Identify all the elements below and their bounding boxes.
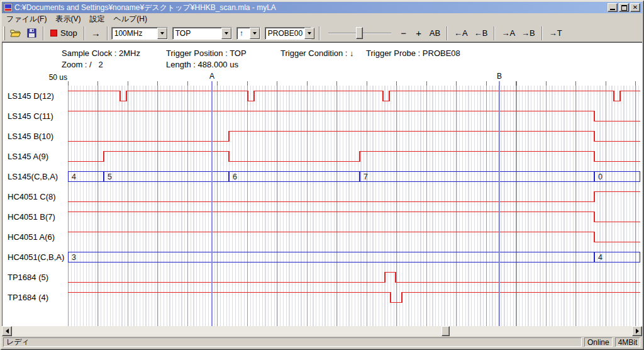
waveform-panel: Sample Clock : 2MHz Trigger Position : T… [2, 42, 642, 326]
bus-value: 6 [233, 172, 237, 181]
bus-segment-LS145(C,B,A) [360, 172, 594, 182]
goto-trigger-button[interactable]: →T [546, 26, 565, 41]
toolbar-grip[interactable] [3, 26, 5, 40]
goto-marker-a-left-button[interactable]: ←A [451, 26, 471, 41]
channel-label-LS145 A(9): LS145 A(9) [8, 152, 68, 162]
marker-A-line[interactable] [211, 81, 213, 327]
trigger-probe-value: PROBE00 [265, 28, 304, 39]
title-bar[interactable]: C:¥Documents and Settings¥noname¥デスクトップ¥… [2, 2, 642, 13]
time-ticks [68, 81, 640, 86]
dropdown-button[interactable] [221, 28, 231, 39]
minimize-button[interactable] [608, 3, 618, 12]
zoom-info: Zoom : / 2 [62, 60, 103, 69]
scroll-left-icon [6, 329, 9, 334]
channel-label-LS145 D(12): LS145 D(12) [8, 91, 68, 101]
wave-TP1684 (4) [68, 293, 640, 303]
wave-HC4051 B(7) [68, 212, 640, 222]
dropdown-button[interactable] [250, 28, 260, 39]
toolbar: Stop → 100MHz TOP ↑ PROBE00 − + AB [2, 25, 642, 42]
scroll-left-button[interactable] [2, 326, 12, 336]
channel-label-HC4051 B(7): HC4051 B(7) [8, 212, 68, 222]
close-icon: ✕ [631, 4, 640, 11]
toolbar-separator [107, 26, 108, 40]
dropdown-button[interactable] [304, 28, 314, 39]
horizontal-scrollbar[interactable] [2, 326, 642, 336]
toolbar-separator [541, 26, 543, 40]
wave-HC4051 C(8) [68, 192, 640, 202]
trigger-condition-info: Trigger Condition : ↓ [280, 48, 354, 58]
open-button[interactable] [7, 26, 24, 41]
save-button[interactable] [24, 26, 40, 41]
window-title: C:¥Documents and Settings¥noname¥デスクトップ¥… [14, 3, 608, 13]
channel-label-LS145 C(11): LS145 C(11) [8, 111, 68, 121]
memory-badge: 4MBit [615, 337, 641, 347]
timebase-label: 50 us [37, 73, 67, 82]
marker-A-label: A [209, 72, 214, 81]
toolbar-separator [84, 26, 85, 40]
waveform-view[interactable]: 50 us 4567034 AB LS145 D(12)LS145 C(11)L… [3, 71, 642, 327]
scroll-right-button[interactable] [632, 326, 642, 336]
bus-value: 4 [72, 172, 76, 181]
run-arrow-icon: → [91, 28, 101, 38]
stop-label: Stop [60, 28, 77, 38]
bus-value: 7 [364, 172, 368, 181]
toolbar-separator [494, 26, 495, 40]
maximize-icon [621, 5, 627, 11]
zoom-slider[interactable] [328, 26, 391, 40]
sample-clock-select[interactable]: 100MHz [111, 27, 168, 40]
channel-label-HC4051 A(6): HC4051 A(6) [8, 232, 68, 242]
stop-button[interactable]: Stop [47, 26, 80, 41]
goto-marker-b-left-button[interactable]: ←B [471, 26, 491, 41]
channel-label-TP1684 (4): TP1684 (4) [8, 293, 68, 303]
toolbar-separator [319, 26, 320, 40]
wave-TP1684 (5) [68, 273, 640, 283]
wave-HC4051 A(6) [68, 232, 640, 242]
toolbar-separator [43, 26, 44, 40]
channel-label-TP1684 (5): TP1684 (5) [8, 273, 68, 283]
trigger-probe-select[interactable]: PROBE00 [265, 27, 311, 40]
chevron-down-icon [225, 32, 228, 35]
bus-value: 3 [72, 253, 76, 262]
wave-LS145 C(11) [68, 111, 640, 121]
menu-bar: ファイル(F) 表示(V) 設定 ヘルプ(H) [2, 13, 642, 25]
zoom-ab-button[interactable]: AB [426, 26, 443, 41]
bus-segment-LS145(C,B,A) [104, 172, 229, 182]
zoom-in-button[interactable]: + [411, 26, 426, 41]
trigger-position-select[interactable]: TOP [172, 27, 232, 40]
goto-marker-b-right-button[interactable]: →B [518, 26, 538, 41]
scroll-right-icon [636, 329, 639, 334]
single-run-button[interactable]: → [88, 26, 104, 41]
status-bar: レディ Online 4MBit [2, 336, 642, 348]
app-window: C:¥Documents and Settings¥noname¥デスクトップ¥… [0, 0, 644, 350]
marker-B-line[interactable] [499, 81, 500, 327]
menu-view[interactable]: 表示(V) [51, 13, 85, 25]
sample-clock-info: Sample Clock : 2MHz [62, 48, 140, 58]
chevron-down-icon [253, 32, 257, 35]
save-floppy-icon [27, 28, 36, 38]
stop-icon [50, 30, 57, 37]
menu-help[interactable]: ヘルプ(H) [109, 13, 152, 25]
wave-LS145 A(9) [68, 152, 640, 162]
marker-B-label: B [497, 72, 502, 81]
wave-LS145 D(12) [68, 91, 640, 101]
trigger-position-info: Trigger Position : TOP [166, 48, 247, 58]
minimize-icon [610, 9, 615, 10]
menu-settings[interactable]: 設定 [85, 13, 109, 25]
scrollbar-thumb[interactable] [441, 326, 450, 336]
goto-marker-a-right-button[interactable]: →A [498, 26, 518, 41]
bus-value: 5 [108, 172, 112, 181]
dropdown-button[interactable] [157, 28, 167, 39]
channel-label-LS145 B(10): LS145 B(10) [8, 132, 68, 142]
zoom-out-button[interactable]: − [396, 26, 411, 41]
slider-thumb[interactable] [356, 27, 363, 39]
wave-LS145 B(10) [68, 132, 640, 142]
trigger-edge-select[interactable]: ↑ [236, 27, 260, 40]
bus-segment-HC4051(C,B,A) [68, 252, 594, 262]
menu-file[interactable]: ファイル(F) [2, 13, 51, 25]
channel-label-LS145(C,B,A): LS145(C,B,A) [8, 172, 68, 182]
status-message: レディ [3, 337, 582, 347]
toolbar-separator [447, 26, 448, 40]
bus-segment-LS145(C,B,A) [229, 172, 360, 182]
maximize-button[interactable] [619, 3, 629, 12]
close-button[interactable]: ✕ [630, 3, 640, 12]
